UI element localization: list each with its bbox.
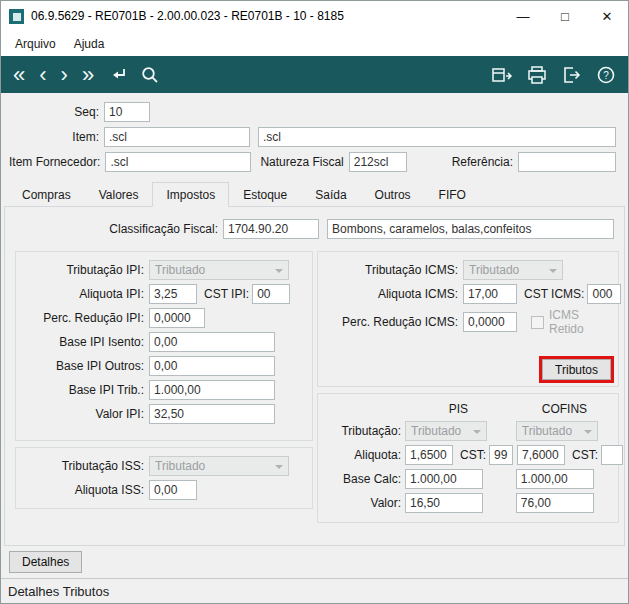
print-icon[interactable] <box>526 65 548 85</box>
impostos-panel: Classificação Fiscal: Tributação IPI: Tr… <box>4 206 625 546</box>
pis-header: PIS <box>405 402 512 416</box>
pc-tributacao-label: Tributação: <box>323 424 405 438</box>
classificacao-fiscal-label: Classificação Fiscal: <box>11 222 223 236</box>
perc-reducao-ipi-input[interactable] <box>149 308 205 328</box>
app-icon <box>9 9 24 24</box>
icms-retido-checkbox[interactable] <box>531 316 544 329</box>
aliquota-iss-label: Aliquota ISS: <box>21 483 149 497</box>
app-window: 06.9.5629 - RE0701B - 2.00.00.023 - RE07… <box>0 0 629 604</box>
tributos-button[interactable]: Tributos <box>542 359 611 380</box>
aliquota-pis-input[interactable] <box>405 445 453 465</box>
seq-row: Seq: <box>1 102 616 122</box>
item-label: Item: <box>9 130 104 144</box>
toolbar: « ‹ › » ? <box>1 56 628 93</box>
tab-fifo[interactable]: FIFO <box>425 182 480 207</box>
base-ipi-trib-input[interactable] <box>149 380 275 400</box>
cst-cofins-input[interactable] <box>601 445 623 465</box>
tab-outros[interactable]: Outros <box>361 182 425 207</box>
tributacao-cofins-select[interactable]: Tributado <box>516 421 598 441</box>
perc-reducao-ipi-label: Perc. Redução IPI: <box>21 311 149 325</box>
item-desc-input[interactable] <box>258 127 616 147</box>
pis-cofins-header-row: PIS COFINS <box>323 402 613 416</box>
tributacao-iss-value: Tributado <box>155 459 205 473</box>
cst-pis-input[interactable] <box>489 445 513 465</box>
seq-input[interactable] <box>104 102 150 122</box>
aliquota-icms-label: Aliquota ICMS: <box>323 287 463 301</box>
classificacao-row: Classificação Fiscal: <box>11 219 614 239</box>
menubar: Arquivo Ajuda <box>1 31 628 56</box>
base-ipi-isento-input[interactable] <box>149 332 275 352</box>
base-calc-cofins-input[interactable] <box>516 469 594 489</box>
help-icon[interactable]: ? <box>596 65 616 85</box>
item-fornecedor-input[interactable] <box>105 152 251 172</box>
tributacao-icms-value: Tributado <box>469 263 519 277</box>
item-row: Item: <box>1 127 616 147</box>
base-ipi-isento-label: Base IPI Isento: <box>21 335 149 349</box>
tab-estoque[interactable]: Estoque <box>229 182 301 207</box>
tributacao-pis-select[interactable]: Tributado <box>405 421 487 441</box>
cst-cofins-label: CST: <box>565 448 601 462</box>
detalhes-button[interactable]: Detalhes <box>9 551 82 573</box>
tributacao-cofins-value: Tributado <box>522 424 572 438</box>
tributacao-pis-value: Tributado <box>411 424 461 438</box>
base-calc-pis-input[interactable] <box>405 469 483 489</box>
classificacao-fiscal-desc-input[interactable] <box>327 219 614 239</box>
cst-icms-input[interactable] <box>587 284 621 304</box>
aliquota-icms-input[interactable] <box>463 284 517 304</box>
tab-saida[interactable]: Saída <box>301 182 360 207</box>
nav-last-icon[interactable]: » <box>82 65 94 85</box>
tributacao-ipi-select[interactable]: Tributado <box>149 260 289 280</box>
minimize-button[interactable]: — <box>502 1 544 31</box>
natureza-fiscal-label: Natureza Fiscal <box>251 155 348 169</box>
status-text: Detalhes Tributos <box>8 584 109 599</box>
pis-cofins-spacer <box>323 402 405 416</box>
valor-ipi-label: Valor IPI: <box>21 407 149 421</box>
record-header: Seq: Item: Item Fornecedor: Natureza Fis… <box>1 93 628 180</box>
item-fornecedor-label: Item Fornecedor: <box>9 155 105 169</box>
referencia-input[interactable] <box>518 152 616 172</box>
natureza-fiscal-input[interactable] <box>349 152 407 172</box>
base-ipi-outros-input[interactable] <box>149 356 275 376</box>
iss-group: Tributação ISS: Tributado Aliquota ISS: <box>15 447 313 509</box>
nav-next-icon[interactable]: › <box>61 65 68 85</box>
nav-first-icon[interactable]: « <box>13 65 25 85</box>
tributacao-iss-label: Tributação ISS: <box>21 459 149 473</box>
menu-ajuda[interactable]: Ajuda <box>65 33 114 55</box>
icms-group: Tributação ICMS: Tributado Aliquota ICMS… <box>317 251 619 387</box>
cst-ipi-label: CST IPI: <box>197 287 252 301</box>
tributacao-ipi-label: Tributação IPI: <box>21 263 149 277</box>
tab-compras[interactable]: Compras <box>8 182 85 207</box>
footer: Detalhes <box>1 546 628 578</box>
base-ipi-trib-label: Base IPI Trib.: <box>21 383 149 397</box>
referencia-label: Referência: <box>443 155 518 169</box>
valor-cofins-input[interactable] <box>516 493 594 513</box>
cst-ipi-input[interactable] <box>252 284 290 304</box>
classificacao-fiscal-input[interactable] <box>223 219 319 239</box>
aliquota-cofins-input[interactable] <box>517 445 565 465</box>
item-fornecedor-row: Item Fornecedor: Natureza Fiscal Referên… <box>1 152 616 172</box>
close-button[interactable]: ✕ <box>586 1 628 31</box>
tab-impostos[interactable]: Impostos <box>152 182 229 207</box>
tributacao-icms-select[interactable]: Tributado <box>463 260 563 280</box>
aliquota-ipi-input[interactable] <box>149 284 197 304</box>
pc-base-calc-label: Base Calc: <box>323 472 405 486</box>
tributacao-iss-select[interactable]: Tributado <box>149 456 289 476</box>
pis-cofins-group: PIS COFINS Tributação: Tributado Tributa… <box>317 393 619 523</box>
ipi-group: Tributação IPI: Tributado Aliquota IPI: … <box>15 251 313 441</box>
perc-reducao-icms-input[interactable] <box>463 312 517 332</box>
maximize-button[interactable]: □ <box>544 1 586 31</box>
valor-ipi-input[interactable] <box>149 404 275 424</box>
tab-valores[interactable]: Valores <box>85 182 153 207</box>
pc-aliquota-label: Aliquota: <box>323 448 405 462</box>
perc-reducao-icms-label: Perc. Redução ICMS: <box>323 315 463 329</box>
nav-prev-icon[interactable]: ‹ <box>39 65 46 85</box>
aliquota-iss-input[interactable] <box>149 480 197 500</box>
window-title: 06.9.5629 - RE0701B - 2.00.00.023 - RE07… <box>31 9 502 23</box>
exit-icon[interactable] <box>561 65 583 85</box>
switch-module-icon[interactable] <box>491 65 513 85</box>
item-input[interactable] <box>104 127 250 147</box>
enter-icon[interactable] <box>108 65 128 85</box>
menu-arquivo[interactable]: Arquivo <box>6 33 65 55</box>
valor-pis-input[interactable] <box>405 493 483 513</box>
search-icon[interactable] <box>140 65 160 85</box>
